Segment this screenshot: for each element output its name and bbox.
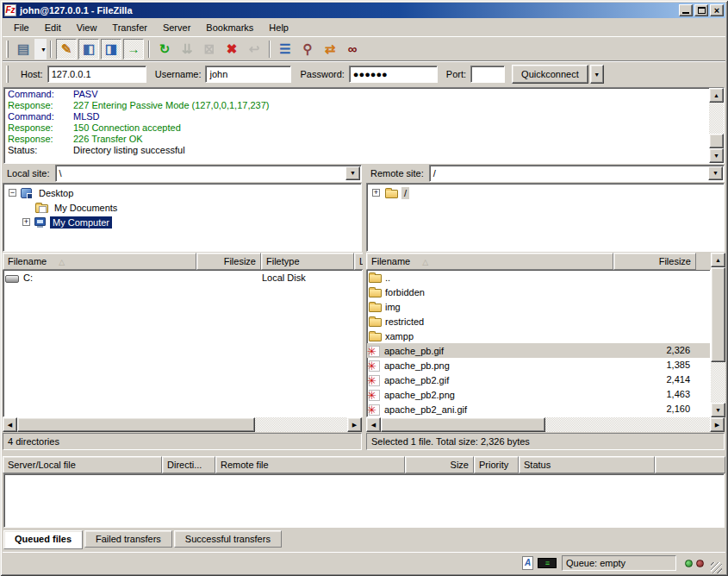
menu-item-help[interactable]: Help	[261, 20, 296, 35]
file-row-parent[interactable]: ..	[367, 270, 710, 285]
scroll-down-icon[interactable]: ▼	[709, 148, 724, 163]
scrollbar-track[interactable]	[381, 417, 710, 432]
remote-horizontal-scrollbar[interactable]: ◀ ▶	[366, 417, 725, 432]
transfer-queue-list[interactable]	[3, 473, 725, 528]
toggle-local-tree-button[interactable]: ◧	[78, 39, 99, 59]
scrollbar-thumb[interactable]	[709, 134, 724, 148]
sort-ascending-icon: △	[59, 258, 65, 266]
scroll-up-icon[interactable]: ▲	[711, 253, 725, 267]
scroll-right-icon[interactable]: ▶	[347, 417, 362, 432]
scroll-up-icon[interactable]: ▲	[709, 88, 724, 103]
reconnect-button[interactable]: ↩	[244, 39, 264, 59]
scroll-left-icon[interactable]: ◀	[366, 417, 381, 432]
scrollbar-thumb[interactable]	[381, 417, 545, 432]
local-column-filetype[interactable]: Filetype	[261, 253, 354, 270]
quickconnect-button[interactable]: Quickconnect	[512, 65, 588, 84]
filter-button[interactable]: ☰	[275, 39, 296, 59]
menu-item-view[interactable]: View	[69, 20, 105, 35]
filename-cell: restricted	[367, 316, 614, 327]
toggle-remote-tree-button[interactable]: ◨	[101, 39, 121, 59]
scroll-right-icon[interactable]: ▶	[710, 417, 725, 432]
local-horizontal-scrollbar[interactable]: ◀ ▶	[3, 417, 362, 432]
scrollbar-track[interactable]	[711, 267, 725, 403]
filezilla-logo-icon[interactable]: Fz	[4, 4, 16, 16]
maximize-button[interactable]	[694, 4, 708, 16]
queue-column-server-local-file[interactable]: Server/Local file	[3, 456, 162, 473]
site-manager-dropdown-button[interactable]: ▼	[34, 39, 47, 59]
file-row-apache-pb-gif[interactable]: apache_pb.gif2,326	[367, 343, 710, 358]
tree-item-my-documents[interactable]: My Documents	[3, 200, 361, 215]
file-row-apache-pb2-png[interactable]: apache_pb2.png1,463	[367, 387, 710, 402]
queue-column-size[interactable]: Size	[405, 456, 474, 473]
tree-item-my-computer[interactable]: +My Computer	[3, 215, 361, 229]
local-column-filesize[interactable]: Filesize	[196, 253, 261, 270]
expand-icon[interactable]: +	[22, 218, 30, 226]
refresh-button[interactable]: ↻	[154, 39, 175, 59]
file-row-restricted[interactable]: restricted	[367, 314, 710, 329]
tab-failed-transfers[interactable]: Failed transfers	[84, 530, 172, 548]
scrollbar-thumb[interactable]	[711, 267, 725, 362]
scrollbar-track[interactable]	[17, 417, 347, 432]
compare-directories-icon: ⚲	[303, 41, 313, 57]
remote-site-combo[interactable]: / ▼	[429, 165, 725, 182]
menu-item-server[interactable]: Server	[155, 20, 198, 35]
tree-item-root[interactable]: +/	[367, 185, 724, 200]
file-row-apache-pb-png[interactable]: apache_pb.png1,385	[367, 358, 710, 373]
scroll-down-icon[interactable]: ▼	[711, 403, 725, 417]
toggle-transfer-queue-button[interactable]: →	[123, 39, 144, 59]
queue-column-status[interactable]: Status	[519, 456, 655, 473]
remote-column-filesize[interactable]: Filesize	[613, 253, 696, 270]
local-column-l[interactable]: L	[354, 253, 363, 270]
password-input[interactable]	[349, 66, 438, 83]
site-manager-button[interactable]: ▤	[13, 39, 34, 59]
quickconnect-dropdown-button[interactable]: ▼	[590, 65, 604, 84]
file-row-img[interactable]: img	[367, 299, 710, 314]
tab-successful-transfers[interactable]: Successful transfers	[174, 530, 282, 548]
expand-icon[interactable]: +	[372, 189, 380, 197]
compare-directories-button[interactable]: ⚲	[297, 39, 318, 59]
process-queue-button[interactable]: ⇊	[177, 39, 197, 59]
tree-item-desktop[interactable]: −Desktop	[3, 185, 361, 200]
filename-cell: apache_pb.gif	[367, 345, 614, 357]
queue-column-directiparent[interactable]: Directi...	[162, 456, 215, 473]
cancel-operation-button[interactable]: ⊠	[199, 39, 220, 59]
local-column-filename[interactable]: Filename△	[3, 253, 196, 270]
resize-grip[interactable]	[711, 562, 722, 573]
queue-column-priority[interactable]: Priority	[474, 456, 519, 473]
local-site-combo[interactable]: \ ▼	[55, 165, 362, 182]
filename-text: apache_pb2.gif	[384, 375, 449, 385]
filetype-cell: Local Disk	[262, 272, 355, 283]
scrollbar-thumb[interactable]	[17, 417, 255, 432]
scrollbar-track[interactable]	[709, 103, 724, 148]
file-row-forbidden[interactable]: forbidden	[367, 285, 710, 299]
file-row-apache-pb2-gif[interactable]: apache_pb2.gif2,414	[367, 373, 710, 387]
find-files-button[interactable]: ∞	[342, 39, 363, 59]
chevron-down-icon[interactable]: ▼	[708, 166, 723, 180]
remote-vertical-scrollbar[interactable]: ▲ ▼	[711, 253, 725, 417]
username-input[interactable]	[205, 66, 291, 83]
message-log-scrollbar[interactable]: ▲ ▼	[709, 88, 724, 163]
file-row-xampp[interactable]: xampp	[367, 329, 710, 343]
chevron-down-icon[interactable]: ▼	[345, 166, 360, 180]
close-button[interactable]: ×	[710, 4, 724, 16]
title-bar: Fz john@127.0.0.1 - FileZilla ×	[3, 3, 725, 18]
port-input[interactable]	[470, 66, 505, 83]
host-input[interactable]	[47, 66, 146, 83]
menu-item-file[interactable]: File	[6, 20, 37, 35]
scroll-left-icon[interactable]: ◀	[3, 417, 17, 432]
queue-column-spacer[interactable]	[655, 456, 725, 473]
tab-queued-files[interactable]: Queued files	[3, 530, 83, 549]
synchronized-browsing-button[interactable]: ⇄	[320, 39, 340, 59]
toggle-message-log-button[interactable]: ✎	[56, 39, 77, 59]
file-row-c[interactable]: C:Local Disk	[3, 270, 362, 285]
collapse-icon[interactable]: −	[9, 189, 16, 197]
remote-column-filename[interactable]: Filename△	[366, 253, 613, 270]
disconnect-button[interactable]: ✖	[221, 39, 242, 59]
minimize-button[interactable]	[679, 4, 693, 16]
menu-item-transfer[interactable]: Transfer	[104, 20, 155, 35]
menu-item-edit[interactable]: Edit	[37, 20, 69, 35]
menu-item-bookmarks[interactable]: Bookmarks	[198, 20, 261, 35]
folder-open-icon	[385, 190, 398, 198]
file-row-apache-pb2-ani-gif[interactable]: apache_pb2_ani.gif2,160	[367, 402, 710, 416]
queue-column-remote-file[interactable]: Remote file	[215, 456, 405, 473]
